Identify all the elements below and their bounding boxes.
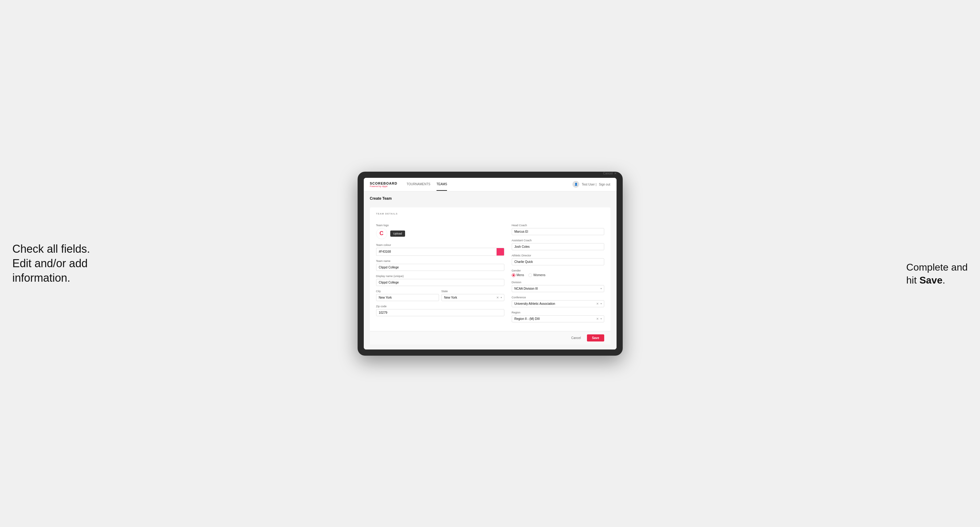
team-name-group: Team name: [376, 259, 504, 271]
user-avatar: 👤: [573, 181, 579, 188]
city-label: City: [376, 290, 439, 293]
conference-clear-icon[interactable]: ✕: [596, 302, 599, 305]
logo-area: C Upload: [376, 228, 504, 239]
state-label: State: [441, 290, 504, 293]
head-coach-group: Head Coach: [512, 224, 604, 235]
team-name-input[interactable]: [376, 264, 504, 271]
region-label: Region: [512, 311, 604, 314]
gender-label: Gender: [512, 269, 604, 272]
gender-womens-radio[interactable]: Womens: [528, 273, 545, 277]
team-colour-label: Team colour: [376, 243, 504, 246]
logo-circle: C: [376, 228, 387, 239]
region-select-wrapper: Region II - (M) DIII ✕ ▾: [512, 315, 604, 322]
city-state-group: City State New York ✕: [376, 290, 504, 301]
conference-group: Conference University Athletic Associati…: [512, 296, 604, 307]
zip-label: Zip code: [376, 305, 504, 308]
state-select[interactable]: New York: [441, 294, 504, 301]
upload-button[interactable]: Upload: [390, 230, 406, 237]
assistant-coach-input[interactable]: [512, 243, 604, 250]
state-clear-icon[interactable]: ✕: [496, 296, 499, 299]
region-group: Region Region II - (M) DIII ✕ ▾: [512, 311, 604, 322]
assistant-coach-label: Assistant Coach: [512, 239, 604, 242]
brand-title: SCOREBOARD: [370, 181, 397, 185]
team-colour-input[interactable]: [376, 248, 496, 256]
division-group: Division NCAA Division III ▾: [512, 281, 604, 292]
gender-mens-radio[interactable]: Mens: [512, 273, 524, 277]
color-swatch[interactable]: [496, 248, 504, 256]
zip-code-group: Zip code: [376, 305, 504, 316]
color-input-wrapper: [376, 248, 504, 256]
team-name-label: Team name: [376, 259, 504, 263]
nav-teams[interactable]: TEAMS: [436, 178, 447, 191]
navbar: SCOREBOARD Powered by clippd TOURNAMENTS…: [364, 178, 617, 191]
athletic-director-group: Athletic Director: [512, 254, 604, 265]
city-input[interactable]: [376, 294, 439, 301]
gender-group: Gender Mens Womens: [512, 269, 604, 277]
division-label: Division: [512, 281, 604, 284]
form-left: Team logo C Upload Team colour: [376, 224, 504, 326]
sign-out[interactable]: Sign out: [599, 183, 610, 186]
section-label: TEAM DETAILS: [376, 212, 604, 215]
tablet-frame: SCOREBOARD Powered by clippd TOURNAMENTS…: [358, 171, 623, 356]
city-field: City: [376, 290, 439, 301]
athletic-director-input[interactable]: [512, 258, 604, 265]
womens-radio-dot: [528, 273, 532, 277]
annotation-right: Complete and hit Save.: [906, 261, 968, 287]
brand: SCOREBOARD Powered by clippd: [370, 181, 397, 187]
save-button[interactable]: Save: [587, 334, 604, 341]
form-right: Head Coach Assistant Coach Athletic Dire…: [512, 224, 604, 326]
region-select[interactable]: Region II - (M) DIII: [512, 315, 604, 322]
state-select-wrapper: New York ✕ ▾: [441, 294, 504, 301]
team-logo-label: Team logo: [376, 224, 504, 227]
mens-radio-dot: [512, 273, 515, 277]
region-clear-icon[interactable]: ✕: [596, 317, 599, 321]
gender-row: Mens Womens: [512, 273, 604, 277]
state-field: State New York ✕ ▾: [441, 290, 504, 301]
page-header-row: Create Team Cancel ✕: [370, 196, 610, 204]
conference-select-wrapper: University Athletic Association ✕ ▾: [512, 300, 604, 307]
nav-right: 👤 Test User | Sign out: [573, 181, 610, 188]
head-coach-input[interactable]: [512, 228, 604, 235]
form-footer: Cancel Save: [370, 331, 610, 344]
division-select[interactable]: NCAA Division III: [512, 285, 604, 292]
display-name-input[interactable]: [376, 279, 504, 286]
zip-input[interactable]: [376, 309, 504, 316]
conference-label: Conference: [512, 296, 604, 299]
brand-sub: Powered by clippd: [370, 185, 397, 187]
tablet-inner: SCOREBOARD Powered by clippd TOURNAMENTS…: [364, 178, 617, 349]
athletic-director-label: Athletic Director: [512, 254, 604, 257]
team-logo-group: Team logo C Upload: [376, 224, 504, 239]
nav-links: TOURNAMENTS TEAMS: [407, 178, 573, 191]
page-title: Create Team: [370, 196, 392, 201]
display-name-group: Display name (unique): [376, 275, 504, 286]
display-name-label: Display name (unique): [376, 275, 504, 278]
division-select-wrapper: NCAA Division III ▾: [512, 285, 604, 292]
team-colour-group: Team colour: [376, 243, 504, 256]
user-label: Test User |: [582, 183, 597, 186]
form-body: Team logo C Upload Team colour: [376, 219, 604, 326]
assistant-coach-group: Assistant Coach: [512, 239, 604, 250]
conference-select[interactable]: University Athletic Association: [512, 300, 604, 307]
main-content: Create Team Cancel ✕ TEAM DETAILS Team: [364, 191, 617, 349]
annotation-left: Check all fields. Edit and/or add inform…: [12, 242, 90, 285]
nav-tournaments[interactable]: TOURNAMENTS: [407, 178, 430, 191]
head-coach-label: Head Coach: [512, 224, 604, 227]
cancel-button[interactable]: Cancel: [568, 335, 584, 341]
form-card: TEAM DETAILS Team logo C Upload: [370, 207, 610, 344]
